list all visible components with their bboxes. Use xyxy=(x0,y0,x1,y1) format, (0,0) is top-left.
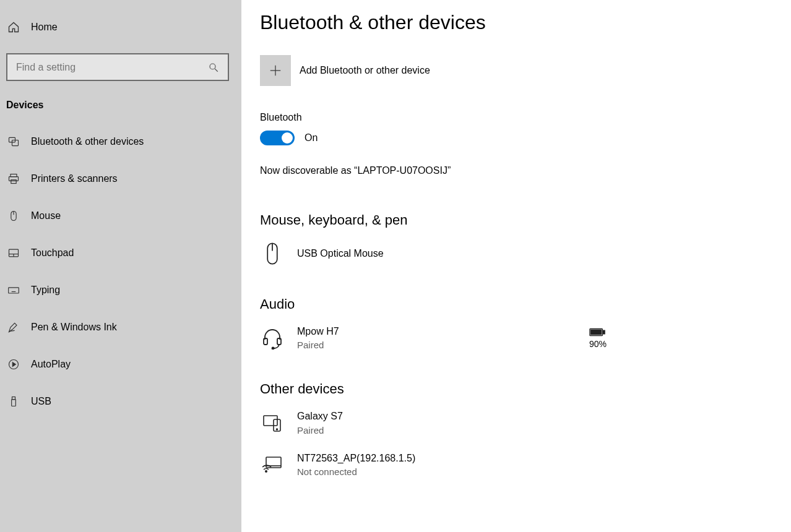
battery-percentage: 90% xyxy=(589,339,607,349)
group-title: Other devices xyxy=(260,381,772,397)
sidebar-item-typing[interactable]: Typing xyxy=(0,272,241,309)
svg-rect-5 xyxy=(9,177,19,181)
svg-point-28 xyxy=(272,347,274,349)
device-row[interactable]: Galaxy S7 Paired xyxy=(260,408,607,437)
sidebar-item-label: Bluetooth & other devices xyxy=(31,136,144,147)
battery-indicator: 90% xyxy=(589,328,607,349)
svg-rect-12 xyxy=(9,288,19,293)
sidebar-item-usb[interactable]: USB xyxy=(0,383,241,420)
usb-icon xyxy=(6,394,21,409)
bluetooth-toggle[interactable] xyxy=(260,131,295,145)
svg-rect-31 xyxy=(591,330,602,334)
sidebar-item-autoplay[interactable]: AutoPlay xyxy=(0,346,241,383)
group-mouse-keyboard-pen: Mouse, keyboard, & pen USB Optical Mouse xyxy=(260,212,772,268)
display-icon xyxy=(260,452,285,478)
bluetooth-toggle-state: On xyxy=(305,132,318,144)
sidebar-item-pen[interactable]: Pen & Windows Ink xyxy=(0,309,241,346)
search-input[interactable] xyxy=(16,62,208,73)
home-link[interactable]: Home xyxy=(0,12,241,42)
group-other-devices: Other devices Galaxy S7 Paired xyxy=(260,381,772,479)
sidebar-item-mouse[interactable]: Mouse xyxy=(0,197,241,234)
svg-line-1 xyxy=(215,69,218,72)
sidebar-item-label: USB xyxy=(31,396,51,407)
plus-icon xyxy=(260,55,291,86)
svg-rect-32 xyxy=(264,416,277,426)
svg-rect-4 xyxy=(11,174,17,177)
sidebar-item-label: Mouse xyxy=(31,210,61,221)
sidebar-item-label: Pen & Windows Ink xyxy=(31,322,117,333)
device-status: Paired xyxy=(297,424,607,437)
svg-rect-30 xyxy=(603,330,605,334)
mouse-icon xyxy=(6,208,21,223)
device-name: Mpow H7 xyxy=(297,325,589,338)
svg-rect-20 xyxy=(12,397,15,400)
add-device-label: Add Bluetooth or other device xyxy=(300,65,430,76)
add-device-button[interactable]: Add Bluetooth or other device xyxy=(260,55,772,86)
mouse-icon xyxy=(260,241,285,267)
device-name: USB Optical Mouse xyxy=(297,247,607,260)
headset-icon xyxy=(260,325,285,351)
svg-point-34 xyxy=(277,429,278,430)
svg-point-37 xyxy=(266,471,267,472)
discoverable-text: Now discoverable as “LAPTOP-U07OOSIJ” xyxy=(260,165,772,176)
devices-icon xyxy=(6,134,21,149)
search-box[interactable] xyxy=(6,53,229,81)
device-name: NT72563_AP(192.168.1.5) xyxy=(297,452,607,465)
svg-rect-6 xyxy=(11,180,16,184)
sidebar-item-label: Printers & scanners xyxy=(31,173,118,184)
device-row[interactable]: USB Optical Mouse xyxy=(260,239,607,268)
home-label: Home xyxy=(31,22,58,33)
sidebar-item-label: Touchpad xyxy=(31,247,74,259)
content-pane: Bluetooth & other devices Add Bluetooth … xyxy=(241,0,791,532)
svg-marker-19 xyxy=(12,363,15,367)
svg-point-0 xyxy=(210,64,215,69)
device-status: Paired xyxy=(297,338,589,351)
home-icon xyxy=(6,20,21,35)
bluetooth-section-label: Bluetooth xyxy=(260,112,772,123)
keyboard-icon xyxy=(6,283,21,298)
svg-rect-27 xyxy=(277,338,281,345)
group-title: Mouse, keyboard, & pen xyxy=(260,212,772,228)
phone-icon xyxy=(260,410,285,436)
device-name: Galaxy S7 xyxy=(297,410,607,423)
sidebar-item-printers[interactable]: Printers & scanners xyxy=(0,160,241,197)
device-status: Not connected xyxy=(297,465,607,478)
device-row[interactable]: NT72563_AP(192.168.1.5) Not connected xyxy=(260,450,607,479)
device-row[interactable]: Mpow H7 Paired 90% xyxy=(260,324,607,353)
svg-rect-26 xyxy=(264,338,267,345)
autoplay-icon xyxy=(6,357,21,372)
sidebar-item-label: AutoPlay xyxy=(31,359,71,370)
printer-icon xyxy=(6,171,21,186)
sidebar-item-label: Typing xyxy=(31,285,60,296)
touchpad-icon xyxy=(6,246,21,260)
sidebar-item-bluetooth-devices[interactable]: Bluetooth & other devices xyxy=(0,123,241,160)
svg-rect-21 xyxy=(12,400,16,406)
pen-icon xyxy=(6,320,21,335)
sidebar: Home Devices Bluetooth & other devices P… xyxy=(0,0,241,532)
sidebar-item-touchpad[interactable]: Touchpad xyxy=(0,234,241,272)
page-title: Bluetooth & other devices xyxy=(260,11,772,34)
search-icon xyxy=(208,62,219,73)
battery-icon xyxy=(589,328,607,337)
group-audio: Audio Mpow H7 Paired xyxy=(260,296,772,353)
group-title: Audio xyxy=(260,296,772,312)
category-header: Devices xyxy=(0,93,241,123)
